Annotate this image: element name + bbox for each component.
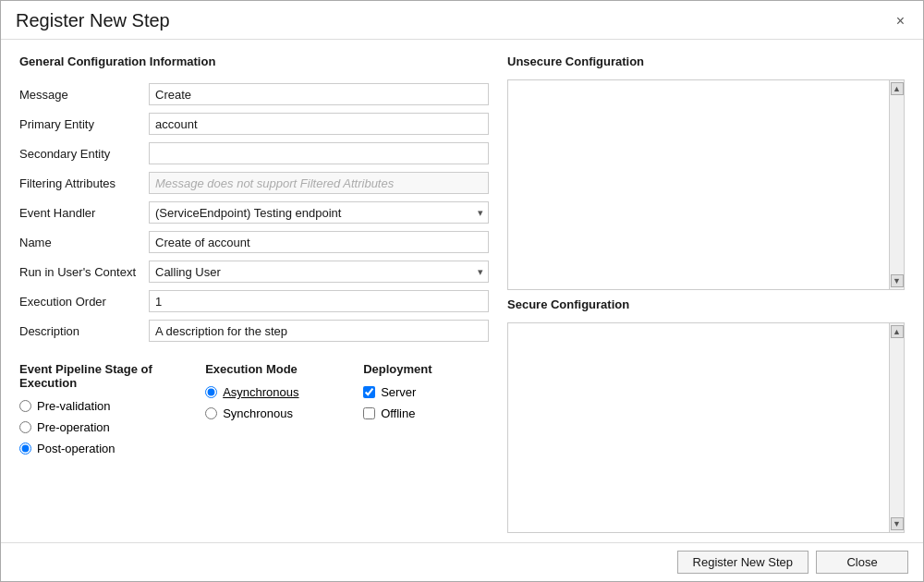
unsecure-config-section: Unsecure Configuration ▲ ▼ (507, 55, 905, 290)
event-handler-row: Event Handler (ServiceEndpoint) Testing … (19, 198, 489, 227)
run-in-context-label: Run in User's Context (19, 257, 149, 286)
unsecure-config-title: Unsecure Configuration (507, 55, 905, 68)
pipeline-pre-operation-radio[interactable] (19, 421, 31, 433)
dialog-title: Register New Step (16, 10, 170, 31)
deployment-section: Deployment Server Offline (345, 362, 489, 455)
run-in-context-wrapper: Calling User (149, 261, 489, 283)
secondary-entity-label: Secondary Entity (19, 139, 149, 168)
deployment-title: Deployment (363, 362, 489, 376)
execution-order-label: Execution Order (19, 286, 149, 316)
exec-mode-async-label: Asynchronous (223, 385, 298, 399)
deployment-server[interactable]: Server (363, 385, 489, 399)
primary-entity-row: Primary Entity (19, 109, 489, 139)
register-new-step-dialog: Register New Step × General Configuratio… (0, 0, 924, 582)
deployment-server-label: Server (381, 385, 416, 399)
pipeline-pre-validation-label: Pre-validation (37, 399, 111, 413)
general-config-title: General Configuration Information (19, 55, 489, 68)
config-form: Message Primary Entity Secondary Entity … (19, 79, 489, 346)
filtering-attributes-row: Filtering Attributes (19, 168, 489, 198)
exec-mode-radio-group: Asynchronous Synchronous (205, 385, 345, 420)
bottom-section: Event Pipeline Stage of Execution Pre-va… (19, 362, 489, 455)
message-label: Message (19, 79, 149, 109)
event-handler-select[interactable]: (ServiceEndpoint) Testing endpoint (149, 201, 489, 224)
deployment-offline-checkbox[interactable] (363, 407, 375, 419)
run-in-context-select[interactable]: Calling User (149, 261, 489, 283)
description-label: Description (19, 316, 149, 346)
exec-mode-sync-radio[interactable] (205, 407, 217, 419)
deployment-offline[interactable]: Offline (363, 406, 489, 420)
pipeline-post-operation-radio[interactable] (19, 443, 31, 455)
pipeline-pre-validation[interactable]: Pre-validation (19, 399, 187, 413)
unsecure-scroll-down-button[interactable]: ▼ (891, 274, 904, 287)
primary-entity-input[interactable] (149, 113, 489, 135)
run-in-context-row: Run in User's Context Calling User (19, 257, 489, 286)
name-label: Name (19, 227, 149, 257)
execution-order-row: Execution Order (19, 286, 489, 316)
close-button[interactable]: Close (816, 551, 908, 574)
event-handler-label: Event Handler (19, 198, 149, 227)
right-panel: Unsecure Configuration ▲ ▼ Secure Config… (507, 55, 905, 533)
exec-mode-section: Execution Mode Asynchronous Synchronous (187, 362, 345, 455)
exec-mode-sync-label: Synchronous (223, 406, 293, 420)
window-close-button[interactable]: × (893, 12, 908, 30)
exec-mode-sync[interactable]: Synchronous (205, 406, 345, 420)
right-panels-container: Unsecure Configuration ▲ ▼ Secure Config… (507, 55, 905, 533)
message-row: Message (19, 79, 489, 109)
exec-mode-async-radio[interactable] (205, 386, 217, 398)
message-input[interactable] (149, 83, 489, 105)
deployment-server-checkbox[interactable] (363, 386, 375, 398)
deployment-checkbox-group: Server Offline (363, 385, 489, 420)
dialog-footer: Register New Step Close (1, 542, 923, 581)
register-new-step-button[interactable]: Register New Step (677, 551, 808, 574)
name-row: Name (19, 227, 489, 257)
pipeline-pre-operation[interactable]: Pre-operation (19, 420, 187, 434)
filtering-attributes-input[interactable] (149, 172, 489, 194)
unsecure-config-box: ▲ ▼ (507, 79, 905, 290)
pipeline-post-operation[interactable]: Post-operation (19, 442, 187, 455)
secure-config-title: Secure Configuration (507, 297, 905, 311)
dialog-body: General Configuration Information Messag… (1, 40, 923, 542)
event-handler-wrapper: (ServiceEndpoint) Testing endpoint (149, 201, 489, 224)
description-input[interactable] (149, 320, 489, 342)
description-row: Description (19, 316, 489, 346)
title-bar: Register New Step × (1, 1, 923, 40)
primary-entity-label: Primary Entity (19, 109, 149, 139)
secure-scroll-down-button[interactable]: ▼ (891, 517, 904, 530)
unsecure-scroll-up-button[interactable]: ▲ (891, 82, 904, 95)
exec-mode-title: Execution Mode (205, 362, 345, 376)
secure-scroll-up-button[interactable]: ▲ (891, 325, 904, 338)
unsecure-scrollbar: ▲ ▼ (889, 80, 904, 289)
secondary-entity-input[interactable] (149, 142, 489, 164)
pipeline-title: Event Pipeline Stage of Execution (19, 362, 187, 390)
left-panel: General Configuration Information Messag… (19, 55, 489, 533)
deployment-offline-label: Offline (381, 406, 415, 420)
secure-scrollbar: ▲ ▼ (889, 323, 904, 532)
secondary-entity-row: Secondary Entity (19, 139, 489, 168)
secure-config-box: ▲ ▼ (507, 322, 905, 533)
exec-mode-async[interactable]: Asynchronous (205, 385, 345, 399)
filtering-attributes-label: Filtering Attributes (19, 168, 149, 198)
pipeline-section: Event Pipeline Stage of Execution Pre-va… (19, 362, 187, 455)
secure-config-section: Secure Configuration ▲ ▼ (507, 297, 905, 533)
pipeline-post-operation-label: Post-operation (37, 442, 116, 455)
pipeline-pre-validation-radio[interactable] (19, 400, 31, 412)
pipeline-pre-operation-label: Pre-operation (37, 420, 110, 434)
execution-order-input[interactable] (149, 290, 489, 312)
name-input[interactable] (149, 231, 489, 253)
pipeline-radio-group: Pre-validation Pre-operation Post-operat… (19, 399, 187, 455)
